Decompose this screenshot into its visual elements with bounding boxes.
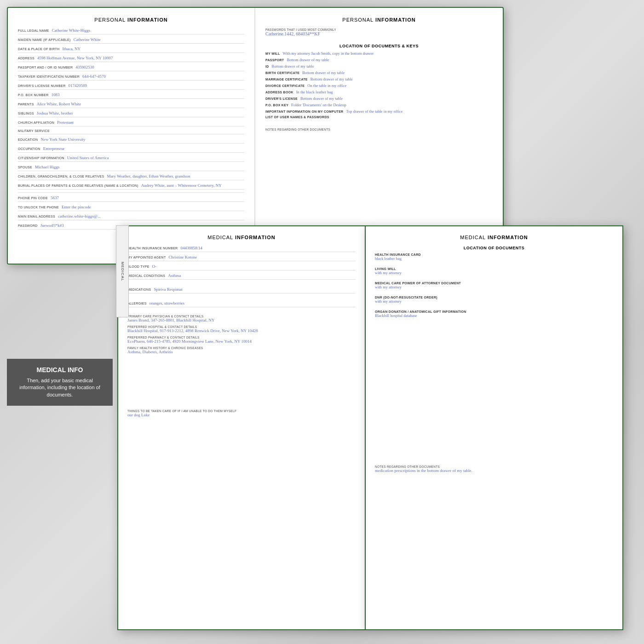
med-tooltip-text: Then, add your basic medical information… — [14, 377, 105, 398]
field-unlock-phone: TO UNLOCK THE PHONE Enter the pincode — [18, 205, 244, 211]
family-health-label: FAMILY HEALTH HISTORY & CHRONIC DISEASES — [127, 346, 356, 350]
tab-dependents[interactable]: DEPENDENTS — [503, 117, 504, 154]
label-medications: MEDICATIONS — [127, 288, 151, 291]
label-spouse: SPOUSE — [18, 166, 32, 169]
field-spouse: SPOUSE Michael Higgs — [18, 165, 244, 171]
passwords-label: PASSWORDS THAT I USED MOST COMMONLY — [265, 28, 493, 31]
allergies-section: ALLERGIES oranges, strawberries — [127, 301, 356, 307]
label-children: CHILDREN, GRANDCHILDREN, & CLOSE RELATIV… — [18, 175, 104, 178]
field-dob: DATE & PLACE OF BIRTH Ithaca, NY — [18, 46, 244, 53]
medical-info-right-book: MEDICAL INFORMATION LOCATION OF DOCUMENT… — [366, 225, 623, 630]
value-full-name: Catherine White-Higgs — [52, 28, 244, 33]
tab-arrangements[interactable]: ARRANGEMENTS — [503, 81, 504, 117]
field-medications: MEDICATIONS Spiriva Respimat — [127, 287, 356, 293]
label-parents: PARENTS — [18, 103, 34, 106]
value-email: catherine.white-higgs@... — [58, 214, 244, 218]
field-pobox: P.O. BOX NUMBER 1083 — [18, 92, 244, 99]
locations-header: LOCATION OF DOCUMENTS & KEYS — [265, 44, 493, 48]
loc-divorce-cert: DIVORCE CERTIFICATE On the table in my o… — [265, 83, 493, 88]
things-section: THINGS TO BE TAKEN CARE OF IF I AM UNABL… — [127, 409, 356, 417]
value-citizenship: United States of America — [67, 155, 244, 160]
value-unlock-phone: Enter the pincode — [62, 205, 244, 209]
loc-address-book: ADDRESS BOOK In the black leather bag — [265, 90, 493, 94]
field-church: CHURCH AFFILIATION Protestant — [18, 120, 244, 126]
loc-pobox-key: P.O. BOX KEY Folder 'Documents' on the D… — [265, 103, 493, 107]
medical-locations-header: LOCATION OF DOCUMENTS — [375, 246, 613, 250]
field-full-name: FULL LEGAL NAME Catherine White-Higgs — [18, 28, 244, 34]
field-parents: PARENTS Alice White, Robert White — [18, 102, 244, 108]
value-address: 4598 Hoffman Avenue, New York, NY 10007 — [37, 56, 244, 60]
field-allergies: ALLERGIES oranges, strawberries — [127, 301, 356, 307]
label-unlock-phone: TO UNLOCK THE PHONE — [18, 206, 59, 209]
med-tab-arrangements[interactable]: ARRANGEMENTS — [622, 284, 623, 341]
field-citizenship: CITIZENSHIP INFORMATION United States of… — [18, 155, 244, 162]
value-conditions: Asthma — [168, 273, 356, 278]
med-tab-dependents[interactable]: DEPENDENTS — [622, 341, 623, 399]
medications-section: MEDICATIONS Spiriva Respimat — [127, 287, 356, 293]
notes-label: NOTES REGARDING OTHER DOCUMENTS — [265, 128, 493, 131]
med-loc-poa: MEDICAL CARE POWER OF ATTORNEY DOCUMENT … — [375, 282, 613, 289]
label-conditions: MEDICAL CONDITIONS — [127, 274, 165, 277]
label-taxpayer: TAXPAYER IDENTIFICATION NUMBER — [18, 75, 80, 78]
medical-right-sidebar-tabs: MEDICAL ARRANGEMENTS DEPENDENTS FINANCE … — [622, 226, 623, 629]
pharmacy-value: EcoPharm, 646-215-4785, 4920 Morningview… — [127, 339, 356, 344]
label-dob: DATE & PLACE OF BIRTH — [18, 47, 59, 51]
field-siblings: SIBLINGS Joshua White, brother — [18, 111, 244, 117]
value-health-ins: 04430858/14 — [180, 246, 356, 250]
field-blood-type: BLOOD TYPE O- — [127, 264, 356, 270]
loc-birth-cert: BIRTH CERTIFICATE Bottom drawer of my ta… — [265, 70, 493, 75]
medical-right-page: MEDICAL INFORMATION LOCATION OF DOCUMENT… — [366, 226, 622, 481]
field-phone-pin: PHONE PIN CODE 5637 — [18, 196, 244, 202]
field-conditions: MEDICAL CONDITIONS Asthma — [127, 273, 356, 280]
value-phone-pin: 5637 — [51, 196, 244, 200]
label-full-name: FULL LEGAL NAME — [18, 29, 49, 32]
value-maiden-name: Catherine White — [74, 37, 244, 42]
label-password: PASSWORD — [18, 224, 38, 227]
loc-computer: IMPORTANT INFORMATION ON MY COMPUTER Top… — [265, 109, 493, 114]
label-phone-pin: PHONE PIN CODE — [18, 196, 48, 200]
med-tab-medical[interactable]: MEDICAL — [622, 226, 623, 284]
tab-finance[interactable]: FINANCE — [503, 154, 504, 190]
hospital-label: PREFERRED HOSPITAL & CONTACT DETAILS — [127, 325, 356, 328]
med-loc-living-will: LIVING WILL with my attorney — [375, 267, 613, 275]
tab-medical[interactable]: MEDICAL — [503, 44, 504, 80]
med-notes-label: NOTES REGARDING OTHER DOCUMENTS — [375, 465, 613, 468]
value-taxpayer: 644-647-4570 — [82, 74, 244, 79]
loc-will: MY WILL With my attorney Jacob Smith, co… — [265, 51, 493, 56]
value-dob: Ithaca, NY — [62, 46, 244, 51]
label-passport: PASSPORT AND / OR ID NUMBER — [18, 66, 73, 69]
med-tab-beneficiaries[interactable]: BENEFICIARIES — [622, 514, 623, 572]
value-medications: Spiriva Respimat — [154, 287, 356, 292]
med-tab-finance[interactable]: FINANCE — [622, 399, 623, 456]
label-occupation: OCCUPATION — [18, 147, 40, 150]
label-allergies: ALLERGIES — [127, 302, 147, 305]
notes-section: NOTES REGARDING OTHER DOCUMENTS — [265, 128, 493, 131]
loc-drivers-license: DRIVER'S LICENSE Bottom drawer of my tab… — [265, 96, 493, 101]
value-occupation: Entrepreneur — [43, 146, 244, 151]
field-taxpayer: TAXPAYER IDENTIFICATION NUMBER 644-647-4… — [18, 74, 244, 80]
field-agent: MY APPOINTED AGENT Christine Kotone — [127, 255, 356, 261]
tab-business[interactable]: BUSINESS — [503, 190, 504, 227]
value-church: Protestant — [57, 120, 244, 125]
medical-info-tooltip: MEDICAL INFO Then, add your basic medica… — [7, 359, 113, 406]
medical-info-left-book: MEDICAL INFORMATION HEALTH INSURANCE NUM… — [117, 225, 366, 630]
value-blood-type: O- — [152, 264, 356, 269]
field-email: MAIN EMAIL ADDRESS catherine.white-higgs… — [18, 214, 244, 220]
med-tab-business[interactable]: BUSINESS — [622, 457, 623, 514]
field-maiden-name: MAIDEN NAME (IF APPLICABLE) Catherine Wh… — [18, 37, 244, 44]
med-notes-value: medication prescriptions in the bottom d… — [375, 468, 613, 473]
med-loc-health-ins: HEALTH INSURANCE CARD black leather bag — [375, 253, 613, 261]
value-spouse: Michael Higgs — [35, 165, 244, 169]
label-siblings: SIBLINGS — [18, 112, 34, 115]
field-address: ADDRESS 4598 Hoffman Avenue, New York, N… — [18, 56, 244, 62]
label-education: EDUCATION — [18, 138, 38, 141]
tab-personal[interactable]: PERSONAL — [503, 8, 504, 44]
value-license: 017420589 — [69, 83, 244, 88]
med-tab-key-contacts[interactable]: KEY CONTACTS — [622, 572, 623, 629]
value-education: New York State University — [40, 137, 244, 142]
loc-passport: PASSPORT Bottom drawer of my table — [265, 58, 493, 62]
med-loc-dnr: DNR (DO-NOT-RESUSCITATE ORDER) with my a… — [375, 296, 613, 304]
medical-spine: MEDICAL — [116, 225, 129, 317]
value-siblings: Joshua White, brother — [37, 111, 244, 115]
med-tooltip-title: MEDICAL INFO — [14, 366, 105, 374]
